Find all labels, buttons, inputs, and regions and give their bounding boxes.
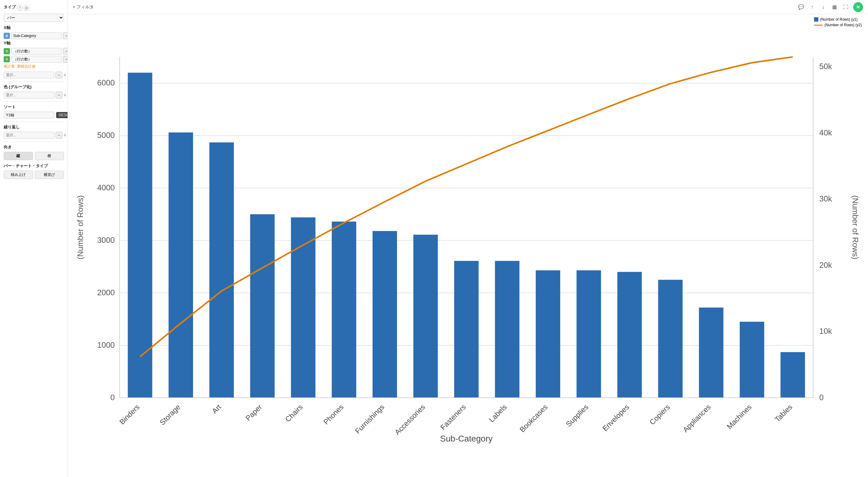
svg-rect-47: [617, 272, 642, 398]
svg-rect-25: [168, 132, 193, 398]
sort-field[interactable]: [4, 112, 54, 118]
svg-rect-41: [495, 261, 520, 398]
legend-line-label: (Number of Rows) (y2): [825, 23, 862, 27]
svg-text:Phones: Phones: [322, 403, 345, 426]
y1-axis-remove-button[interactable]: −: [63, 48, 68, 55]
filter-button[interactable]: + フィルタ: [73, 4, 94, 10]
y1-axis-badge: #: [4, 48, 10, 54]
svg-text:6000: 6000: [97, 78, 115, 87]
download-icon[interactable]: ↓: [820, 4, 827, 10]
svg-text:20k: 20k: [819, 261, 832, 269]
svg-text:40k: 40k: [819, 128, 832, 137]
svg-text:Copiers: Copiers: [648, 403, 672, 426]
color-group-label: 色 (グループ化): [4, 84, 64, 90]
y1-axis-field[interactable]: [11, 48, 62, 55]
direction-horizontal-button[interactable]: 横: [35, 152, 64, 160]
svg-text:1000: 1000: [97, 340, 115, 349]
svg-text:3000: 3000: [97, 236, 115, 244]
legend-line-swatch: [814, 25, 823, 26]
svg-text:2000: 2000: [97, 288, 115, 297]
svg-text:Supplies: Supplies: [564, 403, 590, 428]
svg-text:Accessories: Accessories: [393, 403, 427, 437]
svg-text:Furnishings: Furnishings: [353, 403, 386, 435]
svg-rect-53: [740, 322, 764, 398]
svg-text:50k: 50k: [819, 62, 832, 71]
y2-axis-remove-button[interactable]: −: [63, 56, 68, 63]
svg-text:(Number of Rows): (Number of Rows): [76, 195, 85, 260]
chart-svg: 0100020003000400050006000010k20k30k40k50…: [71, 17, 862, 474]
repeat-label: 繰り返し: [4, 124, 64, 130]
svg-text:Envelopes: Envelopes: [601, 403, 631, 433]
share-icon[interactable]: ↑: [809, 4, 815, 10]
svg-text:4000: 4000: [97, 183, 115, 192]
x-axis-remove-button[interactable]: −: [63, 32, 68, 39]
direction-vertical-button[interactable]: 縦: [4, 152, 33, 160]
repeat-menu-icon[interactable]: ≡: [64, 133, 66, 138]
svg-text:Sub-Category: Sub-Category: [440, 434, 493, 443]
svg-text:Paper: Paper: [244, 403, 264, 422]
svg-text:Chairs: Chairs: [284, 403, 305, 424]
svg-rect-35: [373, 231, 397, 398]
legend-line-item: (Number of Rows) (y2): [814, 23, 862, 27]
svg-rect-49: [658, 280, 683, 398]
table-icon[interactable]: ▦: [831, 4, 838, 10]
legend-bar-label: (Number of Rows) (y1): [820, 17, 858, 22]
svg-text:30k: 30k: [819, 195, 832, 203]
desc-button[interactable]: DESC: [56, 112, 68, 118]
svg-text:Tables: Tables: [773, 403, 794, 424]
top-icons: 💬 ↑ ↓ ▦ ⛶ N: [798, 2, 863, 12]
svg-text:Art: Art: [210, 403, 223, 415]
type-label: タイプ: [4, 4, 16, 10]
svg-rect-51: [699, 308, 723, 398]
direction-label: 向き: [4, 144, 64, 150]
chart-area: (Number of Rows) (y1) (Number of Rows) (…: [68, 14, 868, 477]
color-select-remove-button[interactable]: −: [56, 92, 62, 98]
x-axis-field[interactable]: [11, 32, 62, 39]
svg-text:0: 0: [111, 393, 115, 402]
color-select-field[interactable]: [4, 92, 54, 98]
top-bar: + フィルタ 💬 ↑ ↓ ▦ ⛶ N: [68, 0, 868, 14]
svg-rect-29: [250, 214, 275, 398]
color-menu-icon[interactable]: ≡: [64, 93, 66, 97]
svg-text:Storage: Storage: [158, 403, 182, 427]
expand-icon[interactable]: ⛶: [842, 4, 849, 10]
help-icon[interactable]: ?: [17, 5, 23, 11]
avatar[interactable]: N: [853, 2, 863, 12]
svg-text:Binders: Binders: [118, 403, 141, 426]
repeat-remove-button[interactable]: −: [56, 132, 62, 139]
svg-rect-55: [780, 352, 805, 398]
main-content: + フィルタ 💬 ↑ ↓ ▦ ⛶ N (Number of Rows) (y1)…: [68, 0, 868, 477]
svg-text:Bookcases: Bookcases: [518, 403, 549, 434]
comment-icon[interactable]: 💬: [798, 4, 804, 10]
y2-axis-field[interactable]: [11, 56, 62, 63]
bar-chart-type-label: バー・チャート・タイプ: [4, 163, 64, 169]
svg-rect-43: [536, 270, 560, 398]
svg-rect-33: [332, 221, 356, 398]
svg-text:10k: 10k: [819, 327, 832, 335]
type-select[interactable]: バー: [4, 13, 64, 22]
svg-text:(Number of Rows): (Number of Rows): [851, 195, 860, 260]
svg-text:Machines: Machines: [725, 403, 753, 431]
svg-text:Fasteners: Fasteners: [439, 403, 468, 431]
svg-rect-37: [413, 235, 438, 398]
svg-rect-45: [577, 270, 601, 398]
bar-type-sidebyside-button[interactable]: 横並び: [35, 171, 64, 179]
legend-bar-swatch: [814, 17, 818, 22]
svg-text:5000: 5000: [97, 131, 115, 140]
y-axis-label: Y軸: [4, 40, 64, 46]
y-select-menu-icon[interactable]: ≡: [64, 72, 66, 78]
sort-label: ソート: [4, 104, 64, 110]
x-axis-label: X軸: [4, 25, 64, 31]
svg-text:Appliances: Appliances: [681, 403, 712, 434]
bar-type-stacked-button[interactable]: 積み上げ: [4, 171, 33, 179]
svg-text:0: 0: [819, 393, 824, 402]
legend: (Number of Rows) (y1) (Number of Rows) (…: [814, 17, 862, 27]
y-select-remove-button[interactable]: −: [56, 71, 62, 78]
repeat-select-field[interactable]: [4, 132, 54, 139]
left-panel: タイプ ? ⚙ バー X軸 A − ≡ Y軸 # − ≡ # − ≡ 表計算: …: [0, 0, 68, 477]
svg-rect-39: [454, 261, 478, 398]
y-select-field[interactable]: [4, 71, 54, 78]
svg-text:Labels: Labels: [487, 403, 508, 424]
cumul-label: 表計算: 累積合計値: [4, 64, 64, 69]
gear-icon[interactable]: ⚙: [24, 5, 29, 11]
